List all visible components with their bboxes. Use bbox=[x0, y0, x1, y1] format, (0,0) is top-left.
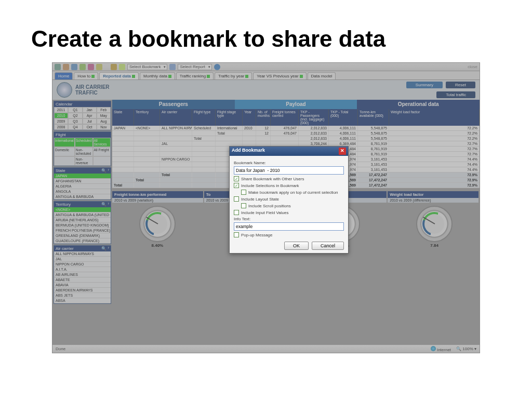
total-traffic-button[interactable]: Total traffic bbox=[436, 91, 475, 98]
help-icon[interactable] bbox=[214, 64, 220, 70]
calendar-cell[interactable]: Oct bbox=[83, 124, 97, 130]
col-header[interactable]: Freight tonnes carried bbox=[271, 109, 299, 126]
tab-monthly[interactable]: Monthly data bbox=[140, 72, 175, 79]
list-item[interactable]: GREENLAND (DENMARK) bbox=[54, 233, 111, 238]
tab-reported-data[interactable]: Reported data bbox=[99, 72, 139, 79]
share-checkbox[interactable] bbox=[234, 176, 239, 181]
col-header[interactable]: Nb. of months bbox=[256, 109, 271, 126]
summary-button[interactable]: Summary bbox=[406, 82, 443, 88]
search-icon[interactable]: 🔍 ⁷ bbox=[101, 202, 109, 207]
flight-cell[interactable]: All Freight bbox=[93, 147, 111, 156]
flight-cell[interactable]: Non-scheduled bbox=[75, 147, 93, 156]
col-header[interactable]: Weight load factor bbox=[389, 109, 480, 126]
flight-cell[interactable] bbox=[93, 156, 111, 166]
list-item[interactable]: AFGHANISTAN bbox=[54, 179, 111, 184]
include-layout-checkbox[interactable] bbox=[234, 196, 239, 202]
flight-cell[interactable]: Domestic bbox=[54, 147, 75, 156]
col-header[interactable]: Air carrier bbox=[160, 109, 192, 126]
tab-payload[interactable]: Payload bbox=[235, 100, 357, 109]
col-header[interactable]: Flight type bbox=[192, 109, 216, 126]
bookmark-icon[interactable] bbox=[111, 64, 117, 70]
list-item[interactable]: ABSA bbox=[54, 298, 111, 303]
calendar-cell[interactable]: May bbox=[97, 113, 111, 118]
apply-on-top-checkbox[interactable] bbox=[241, 190, 246, 195]
toolbar-icon[interactable] bbox=[55, 64, 61, 70]
table-row[interactable]: Total12476,0472,012,8334,006,1115,548,87… bbox=[112, 131, 480, 136]
calendar-cell[interactable]: Q3 bbox=[68, 118, 82, 124]
tab-home[interactable]: Home bbox=[55, 72, 73, 79]
tab-passengers[interactable]: Passengers bbox=[112, 100, 235, 109]
select-bookmark-dropdown[interactable]: Select Bookmark bbox=[127, 64, 167, 70]
report-icon[interactable] bbox=[169, 64, 176, 70]
list-item[interactable]: BERMUDA (UNITED KINGDOM) bbox=[54, 223, 111, 228]
col-header[interactable]: Tonne-km available (000) bbox=[358, 109, 389, 126]
flight-cell[interactable]: International bbox=[54, 138, 75, 147]
calendar-cell[interactable]: Q4 bbox=[68, 124, 82, 130]
calendar-cell[interactable]: Nov bbox=[97, 124, 111, 130]
col-header[interactable]: TKP - Passengers (incl. baggage) (000) bbox=[299, 109, 329, 126]
table-row[interactable]: Total2,012,8334,006,1115,548,87572.2% bbox=[112, 136, 480, 141]
col-header[interactable]: Flight stage type bbox=[216, 109, 243, 126]
toolbar-icon[interactable] bbox=[71, 64, 77, 70]
dialog-titlebar[interactable]: Add Bookmark ✕ bbox=[230, 147, 348, 156]
table-row[interactable]: JAPAN<NONE>ALL NIPPON AIRWAYSScheduledIn… bbox=[112, 126, 480, 131]
list-item[interactable]: <NONE> bbox=[54, 207, 111, 212]
list-item[interactable]: GUADELOUPE (FRANCE) bbox=[54, 238, 111, 244]
flight-cell[interactable]: Scheduled bbox=[75, 138, 93, 147]
include-input-checkbox[interactable] bbox=[234, 210, 239, 215]
list-item[interactable]: ANGOLA bbox=[54, 189, 111, 194]
col-header[interactable]: TKP - Total (000) bbox=[329, 109, 358, 126]
calendar-cell[interactable]: Q1 bbox=[68, 107, 82, 113]
popup-checkbox[interactable] bbox=[234, 232, 239, 237]
ok-button[interactable]: OK bbox=[284, 242, 309, 250]
calendar-cell[interactable]: 2008 bbox=[54, 124, 68, 130]
calendar-cell[interactable]: Aug bbox=[97, 118, 111, 124]
toolbar-icon[interactable] bbox=[63, 64, 69, 70]
tab-by-year[interactable]: Traffic by year bbox=[215, 72, 252, 79]
close-icon[interactable]: ✕ bbox=[339, 148, 346, 155]
include-selections-checkbox[interactable] bbox=[234, 183, 239, 188]
list-item[interactable]: ABAETE bbox=[54, 277, 111, 283]
list-item[interactable]: ANTIGUA & BARBUDA bbox=[54, 194, 111, 200]
reset-button[interactable]: Reset bbox=[446, 82, 475, 88]
list-item[interactable]: ALL NIPPON AIRWAYS bbox=[54, 251, 111, 257]
flight-cell[interactable] bbox=[54, 156, 75, 166]
tab-operational[interactable]: Operational data bbox=[357, 100, 480, 109]
tab-ranking[interactable]: Traffic ranking bbox=[176, 72, 214, 79]
calendar-cell[interactable]: Jan bbox=[83, 107, 97, 113]
toolbar-icon[interactable] bbox=[96, 64, 102, 70]
bookmark-name-input[interactable] bbox=[234, 166, 344, 175]
list-item[interactable]: AB AIRLINES bbox=[54, 272, 111, 277]
include-scroll-checkbox[interactable] bbox=[241, 203, 246, 208]
calendar-cell[interactable]: 2010 bbox=[54, 113, 68, 118]
list-item[interactable]: ABAVIA bbox=[54, 283, 111, 288]
list-item[interactable]: A.I.T.A. bbox=[54, 267, 111, 272]
select-report-dropdown[interactable]: Select Report bbox=[178, 64, 211, 70]
calendar-cell[interactable]: Q2 bbox=[68, 113, 82, 118]
calendar-cell[interactable]: Jul bbox=[83, 118, 97, 124]
list-item[interactable]: ALGERIA bbox=[54, 184, 111, 189]
tab-data-model[interactable]: Data model bbox=[308, 72, 336, 79]
list-item[interactable]: NIPPON CARGO bbox=[54, 262, 111, 267]
calendar-cell[interactable]: 2009 bbox=[54, 118, 68, 124]
list-item[interactable]: ABS JETS bbox=[54, 293, 111, 298]
list-item[interactable]: JAPAN bbox=[54, 174, 111, 179]
search-icon[interactable]: 🔍 ⁷ bbox=[101, 246, 109, 251]
zoom-label[interactable]: 🔍 100% ▾ bbox=[456, 347, 476, 351]
col-header[interactable]: State bbox=[112, 109, 134, 126]
flight-cell[interactable]: Non-revenue bbox=[75, 156, 93, 166]
list-item[interactable]: FRENCH POLYNESIA (FRANCE) bbox=[54, 228, 111, 233]
calendar-cell[interactable]: Feb bbox=[97, 107, 111, 113]
toolbar-icon[interactable] bbox=[79, 64, 86, 70]
col-header[interactable]: Territory bbox=[134, 109, 160, 126]
calendar-cell[interactable]: Apr bbox=[83, 113, 97, 118]
calendar-cell[interactable]: 2011 bbox=[54, 107, 68, 113]
close-link[interactable]: close bbox=[468, 64, 477, 69]
list-item[interactable]: JAL bbox=[54, 257, 111, 262]
flight-cell[interactable]: All Services bbox=[93, 138, 111, 147]
bookmark-add-icon[interactable] bbox=[119, 64, 125, 70]
search-icon[interactable]: 🔍 ⁷ bbox=[101, 168, 109, 173]
list-item[interactable]: ABERDEEN AIRWAYS bbox=[54, 288, 111, 293]
info-text-input[interactable] bbox=[234, 222, 344, 231]
tab-howto[interactable]: How to bbox=[74, 72, 98, 79]
